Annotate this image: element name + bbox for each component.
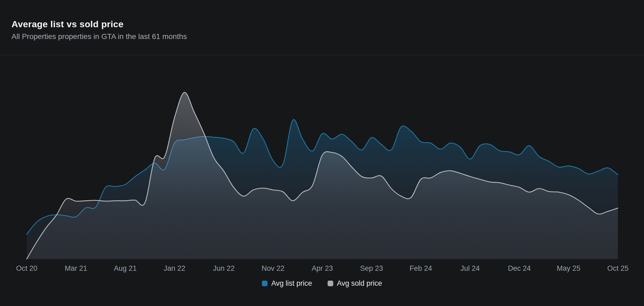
x-axis-label: Oct 25: [607, 264, 629, 273]
legend-item-avg-sold-price[interactable]: Avg sold price: [328, 279, 382, 288]
x-axis-label: Jun 22: [213, 264, 235, 273]
chart-legend: Avg list priceAvg sold price: [0, 279, 644, 288]
x-axis-label: Nov 22: [262, 264, 285, 273]
x-axis-label: Aug 21: [114, 264, 137, 273]
x-axis-label: Oct 20: [16, 264, 37, 273]
legend-label: Avg sold price: [337, 279, 382, 288]
x-axis-label: Dec 24: [508, 264, 531, 273]
avg-list-price-legend-swatch-icon: [262, 281, 267, 286]
x-axis: Oct 20Mar 21Aug 21Jan 22Jun 22Nov 22Apr …: [0, 264, 644, 273]
x-axis-label: May 25: [557, 264, 581, 273]
x-axis-label: Mar 21: [65, 264, 87, 273]
x-axis-label: Apr 23: [312, 264, 333, 273]
x-axis-label: Jan 22: [164, 264, 185, 273]
x-axis-label: Feb 24: [410, 264, 432, 273]
x-axis-label: Jul 24: [460, 264, 480, 273]
x-axis-label: Sep 23: [360, 264, 383, 273]
chart-card: Average list vs sold price All Propertie…: [0, 0, 644, 306]
legend-label: Avg list price: [271, 279, 312, 288]
avg-sold-price-legend-swatch-icon: [328, 281, 333, 286]
legend-item-avg-list-price[interactable]: Avg list price: [262, 279, 312, 288]
area-chart-plot[interactable]: [0, 0, 644, 306]
